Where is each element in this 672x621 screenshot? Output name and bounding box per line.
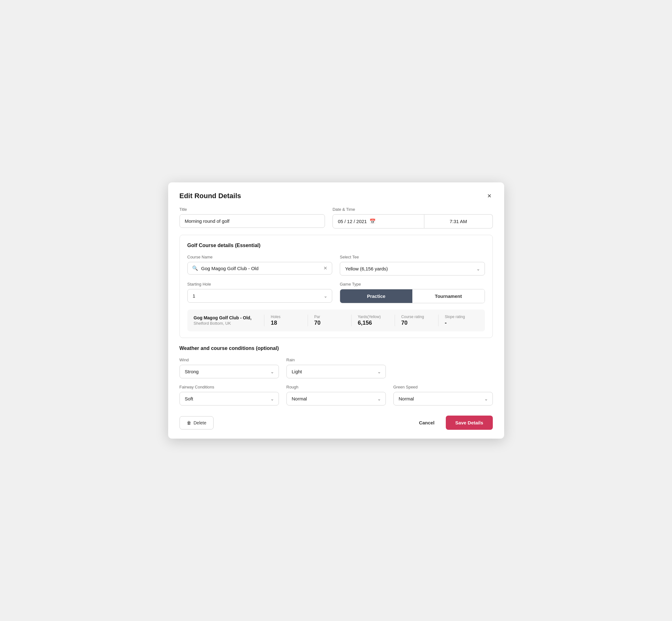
par-label: Par — [314, 315, 320, 319]
starting-hole-wrapper[interactable]: 1234 5678 910 ⌄ — [187, 289, 333, 303]
green-speed-dropdown[interactable]: Slow Normal Fast Very Fast — [394, 392, 493, 405]
rough-label: Rough — [287, 385, 386, 389]
calendar-icon[interactable]: 📅 — [370, 218, 376, 224]
datetime-group: Date & Time 05 / 12 / 2021 📅 7:31 AM — [333, 207, 493, 229]
par-stat: Par 70 — [307, 315, 348, 326]
rain-wrapper[interactable]: None Light Moderate Heavy ⌄ — [287, 365, 386, 378]
course-tee-row: Course Name 🔍 ✕ Select Tee Yellow (6,156… — [187, 255, 485, 276]
course-info-location: Shelford Bottom, UK — [194, 321, 261, 326]
wind-group: Wind Calm Light Moderate Strong Very Str… — [179, 358, 279, 378]
course-info-main: Gog Magog Golf Club - Old, Shelford Bott… — [194, 315, 261, 326]
green-speed-group: Green Speed Slow Normal Fast Very Fast ⌄ — [393, 385, 493, 406]
green-speed-label: Green Speed — [393, 385, 493, 389]
edit-round-modal: Edit Round Details × Title Date & Time 0… — [168, 182, 504, 439]
wind-dropdown[interactable]: Calm Light Moderate Strong Very Strong — [180, 365, 279, 378]
wind-wrapper[interactable]: Calm Light Moderate Strong Very Strong ⌄ — [179, 365, 279, 378]
slope-rating-value: - — [445, 320, 447, 326]
rough-dropdown[interactable]: Short Normal Long Very Long — [287, 392, 385, 405]
title-datetime-row: Title Date & Time 05 / 12 / 2021 📅 7:31 … — [179, 207, 493, 229]
holes-label: Holes — [271, 315, 281, 319]
delete-button[interactable]: 🗑 Delete — [179, 416, 214, 429]
title-input[interactable] — [179, 214, 325, 228]
course-name-group: Course Name 🔍 ✕ — [187, 255, 333, 276]
tournament-button[interactable]: Tournament — [412, 289, 485, 303]
save-button[interactable]: Save Details — [446, 416, 493, 430]
delete-label: Delete — [194, 420, 206, 425]
practice-button[interactable]: Practice — [340, 289, 412, 303]
par-value: 70 — [314, 320, 321, 326]
rough-wrapper[interactable]: Short Normal Long Very Long ⌄ — [287, 392, 386, 406]
holes-value: 18 — [271, 320, 277, 326]
rough-group: Rough Short Normal Long Very Long ⌄ — [287, 385, 386, 406]
course-info-name: Gog Magog Golf Club - Old, — [194, 315, 261, 320]
time-input-wrapper[interactable]: 7:31 AM — [424, 214, 493, 229]
date-time-inputs: 05 / 12 / 2021 📅 7:31 AM — [333, 214, 493, 229]
fairway-dropdown[interactable]: Firm Normal Soft Wet — [180, 392, 279, 405]
slope-rating-label: Slope rating — [445, 315, 465, 319]
modal-body: Title Date & Time 05 / 12 / 2021 📅 7:31 … — [168, 207, 504, 439]
fairway-group: Fairway Conditions Firm Normal Soft Wet … — [179, 385, 279, 406]
wind-rain-row: Wind Calm Light Moderate Strong Very Str… — [179, 358, 493, 378]
fairway-label: Fairway Conditions — [179, 385, 279, 389]
title-group: Title — [179, 207, 325, 229]
course-info-row: Gog Magog Golf Club - Old, Shelford Bott… — [187, 309, 485, 331]
course-name-wrapper[interactable]: 🔍 ✕ — [187, 262, 333, 275]
rain-label: Rain — [287, 358, 386, 362]
starting-hole-group: Starting Hole 1234 5678 910 ⌄ — [187, 282, 333, 303]
rain-group: Rain None Light Moderate Heavy ⌄ — [287, 358, 386, 378]
footer-right: Cancel Save Details — [414, 416, 493, 430]
course-name-input[interactable] — [201, 266, 321, 271]
modal-title: Edit Round Details — [179, 192, 241, 200]
course-rating-value: 70 — [401, 320, 408, 326]
starting-hole-label: Starting Hole — [187, 282, 333, 287]
title-label: Title — [179, 207, 325, 212]
course-rating-stat: Course rating 70 — [395, 315, 435, 326]
trash-icon: 🗑 — [187, 420, 191, 425]
course-name-label: Course Name — [187, 255, 333, 259]
select-tee-group: Select Tee Yellow (6,156 yards) White Re… — [340, 255, 485, 276]
select-tee-dropdown[interactable]: Yellow (6,156 yards) White Red Blue — [340, 262, 485, 275]
starting-hole-dropdown[interactable]: 1234 5678 910 — [188, 289, 332, 302]
course-rating-label: Course rating — [401, 315, 424, 319]
date-text: 05 / 12 / 2021 — [338, 219, 367, 224]
search-icon: 🔍 — [192, 265, 198, 271]
game-type-label: Game Type — [340, 282, 485, 287]
green-speed-wrapper[interactable]: Slow Normal Fast Very Fast ⌄ — [393, 392, 493, 406]
modal-header: Edit Round Details × — [168, 182, 504, 207]
yards-label: Yards(Yellow) — [358, 315, 381, 319]
golf-course-section-title: Golf Course details (Essential) — [187, 243, 485, 248]
datetime-label: Date & Time — [333, 207, 493, 212]
slope-rating-stat: Slope rating - — [438, 315, 478, 326]
weather-section-title: Weather and course conditions (optional) — [179, 345, 493, 351]
footer-row: 🗑 Delete Cancel Save Details — [179, 413, 493, 430]
select-tee-label: Select Tee — [340, 255, 485, 259]
golf-course-section: Golf Course details (Essential) Course N… — [179, 235, 493, 338]
game-type-toggle: Practice Tournament — [340, 289, 485, 303]
time-text: 7:31 AM — [450, 219, 467, 224]
weather-section: Weather and course conditions (optional)… — [179, 345, 493, 406]
fairway-wrapper[interactable]: Firm Normal Soft Wet ⌄ — [179, 392, 279, 406]
close-button[interactable]: × — [486, 191, 493, 201]
wind-label: Wind — [179, 358, 279, 362]
fairway-rough-green-row: Fairway Conditions Firm Normal Soft Wet … — [179, 385, 493, 406]
hole-gametype-row: Starting Hole 1234 5678 910 ⌄ Game Type … — [187, 282, 485, 303]
select-tee-wrapper[interactable]: Yellow (6,156 yards) White Red Blue ⌄ — [340, 262, 485, 276]
yards-stat: Yards(Yellow) 6,156 — [351, 315, 391, 326]
rain-dropdown[interactable]: None Light Moderate Heavy — [287, 365, 385, 378]
yards-value: 6,156 — [358, 320, 372, 326]
holes-stat: Holes 18 — [264, 315, 304, 326]
game-type-group: Game Type Practice Tournament — [340, 282, 485, 303]
date-input-wrapper[interactable]: 05 / 12 / 2021 📅 — [333, 214, 424, 229]
cancel-button[interactable]: Cancel — [414, 416, 439, 429]
clear-icon[interactable]: ✕ — [323, 265, 328, 271]
